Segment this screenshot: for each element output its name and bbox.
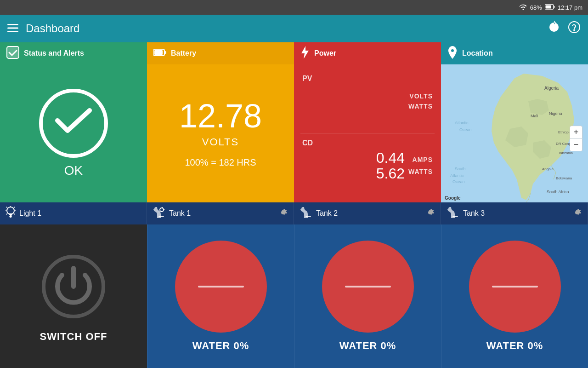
bottom-header-tank1[interactable]: Tank 1 bbox=[147, 202, 294, 224]
tank1-water-label: WATER 0% bbox=[192, 340, 249, 352]
svg-text:Ocean: Ocean bbox=[452, 179, 465, 184]
battery-percent: 68% bbox=[530, 4, 542, 11]
battery-icon bbox=[545, 4, 555, 11]
zoom-out-button[interactable]: − bbox=[570, 138, 582, 151]
svg-rect-5 bbox=[7, 31, 18, 32]
pv-label: PV bbox=[302, 73, 312, 83]
svg-rect-3 bbox=[7, 24, 18, 25]
hamburger-menu[interactable] bbox=[7, 22, 18, 35]
map-background: Algeria Mali Nigeria Ethiopia DR Congo T… bbox=[441, 64, 588, 202]
svg-text:Atlantic: Atlantic bbox=[450, 173, 464, 178]
battery-panel: 12.78 VOLTS 100% = 182 HRS bbox=[147, 64, 294, 202]
tank3-gear-icon[interactable] bbox=[572, 207, 582, 219]
location-panel: Algeria Mali Nigeria Ethiopia DR Congo T… bbox=[441, 64, 588, 202]
battery-voltage: 12.78 bbox=[179, 99, 262, 132]
svg-text:Ocean: Ocean bbox=[459, 127, 472, 132]
top-bar-actions bbox=[548, 21, 581, 37]
tank2-gauge bbox=[322, 241, 414, 333]
cd-label: CD bbox=[302, 137, 313, 147]
bottom-header-light1[interactable]: Light 1 bbox=[0, 202, 147, 224]
svg-text:Tanzania: Tanzania bbox=[558, 151, 573, 155]
section-headers: Status and Alerts Battery Power Location bbox=[0, 42, 588, 64]
tank1-gauge-line bbox=[198, 286, 244, 288]
alerts-check-icon bbox=[6, 46, 19, 61]
tank1-gauge bbox=[175, 241, 267, 333]
battery-info: 100% = 182 HRS bbox=[185, 157, 256, 168]
status-panel: OK bbox=[0, 64, 147, 202]
switch-off-label: SWITCH OFF bbox=[40, 331, 107, 343]
power-header-label: Power bbox=[314, 49, 336, 58]
status-check-circle bbox=[39, 89, 108, 158]
refresh-icon[interactable] bbox=[548, 21, 560, 37]
section-header-battery[interactable]: Battery bbox=[147, 42, 294, 64]
bottom-header-tank2[interactable]: Tank 2 bbox=[294, 202, 441, 224]
svg-text:Nigeria: Nigeria bbox=[549, 111, 562, 116]
cd-amps-unit: AMPS bbox=[413, 156, 433, 163]
bottom-content: SWITCH OFF WATER 0% WATER 0% WATER 0% bbox=[0, 224, 588, 368]
wifi-icon bbox=[519, 4, 527, 12]
tank1-panel: WATER 0% bbox=[147, 224, 294, 368]
svg-rect-2 bbox=[554, 6, 554, 8]
tank2-gauge-line bbox=[345, 286, 391, 288]
power-button-icon bbox=[41, 254, 106, 319]
svg-rect-11 bbox=[165, 51, 166, 54]
battery-header-icon bbox=[153, 49, 166, 58]
tank2-label: Tank 2 bbox=[316, 209, 421, 218]
tank2-gear-icon[interactable] bbox=[425, 207, 435, 219]
tank1-gear-icon[interactable] bbox=[278, 207, 288, 219]
section-header-power[interactable]: Power bbox=[294, 42, 441, 64]
time-display: 12:17 pm bbox=[558, 4, 582, 11]
alerts-header-label: Status and Alerts bbox=[24, 49, 84, 58]
svg-text:Atlantic: Atlantic bbox=[455, 121, 469, 125]
top-bar: Dashboard bbox=[0, 15, 588, 42]
location-header-label: Location bbox=[462, 49, 493, 58]
svg-point-30 bbox=[160, 208, 164, 212]
light1-label: Light 1 bbox=[19, 209, 41, 218]
tank2-water-label: WATER 0% bbox=[339, 340, 396, 352]
power-header-icon bbox=[300, 46, 310, 61]
power-button[interactable] bbox=[37, 250, 110, 323]
status-icons: 68% 12:17 pm bbox=[519, 4, 582, 12]
google-watermark: Google bbox=[445, 196, 460, 201]
svg-text:Angola: Angola bbox=[542, 167, 554, 171]
svg-text:South Africa: South Africa bbox=[547, 190, 569, 194]
tank3-gauge-line bbox=[492, 286, 538, 288]
pv-volts-label: VOLTS bbox=[409, 92, 433, 100]
tank1-label: Tank 1 bbox=[169, 209, 274, 218]
svg-point-7 bbox=[574, 29, 575, 30]
battery-volts-unit: VOLTS bbox=[202, 136, 239, 148]
help-icon[interactable] bbox=[568, 21, 581, 37]
svg-text:South: South bbox=[455, 167, 466, 171]
battery-header-label: Battery bbox=[171, 49, 196, 58]
map-svg: Algeria Mali Nigeria Ethiopia DR Congo T… bbox=[441, 64, 588, 202]
light-switch-panel: SWITCH OFF bbox=[0, 224, 147, 368]
status-text: OK bbox=[64, 163, 83, 178]
zoom-in-button[interactable]: + bbox=[570, 126, 582, 138]
svg-rect-1 bbox=[545, 5, 551, 8]
section-header-alerts[interactable]: Status and Alerts bbox=[0, 42, 147, 64]
light1-icon bbox=[6, 206, 16, 221]
svg-text:Algeria: Algeria bbox=[544, 86, 559, 91]
tank2-panel: WATER 0% bbox=[294, 224, 441, 368]
tank3-icon bbox=[447, 207, 459, 220]
section-header-location[interactable]: Location bbox=[441, 42, 588, 64]
main-content: OK 12.78 VOLTS 100% = 182 HRS PV VOLTS W… bbox=[0, 64, 588, 202]
tank3-label: Tank 3 bbox=[463, 209, 568, 218]
svg-point-27 bbox=[7, 207, 14, 214]
tank3-panel: WATER 0% bbox=[441, 224, 588, 368]
tank3-gauge bbox=[469, 241, 561, 333]
tank1-icon bbox=[153, 207, 165, 220]
status-bar: 68% 12:17 pm bbox=[0, 0, 588, 15]
cd-amps-value: 0.44 bbox=[318, 150, 405, 165]
cd-watts-unit: WATTS bbox=[408, 168, 433, 175]
cd-watts-value: 5.62 bbox=[318, 166, 405, 181]
svg-rect-10 bbox=[154, 50, 163, 55]
svg-text:Botswana: Botswana bbox=[556, 176, 572, 180]
bottom-header-tank3[interactable]: Tank 3 bbox=[441, 202, 588, 224]
power-panel: PV VOLTS WATTS CD 0.44 5.62 AMPS WATTS bbox=[294, 64, 441, 202]
page-title: Dashboard bbox=[26, 22, 540, 35]
tank3-water-label: WATER 0% bbox=[486, 340, 543, 352]
svg-rect-4 bbox=[7, 28, 18, 29]
svg-rect-29 bbox=[10, 217, 11, 218]
bottom-section-headers: Light 1 Tank 1 Tank 2 bbox=[0, 202, 588, 224]
